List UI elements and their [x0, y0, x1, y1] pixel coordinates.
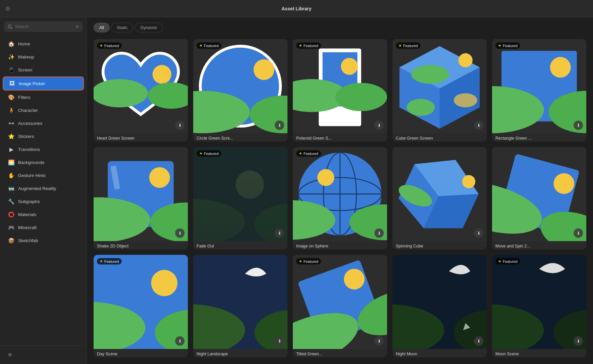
download-button[interactable]: ⬇	[175, 228, 185, 238]
asset-card-13[interactable]: ★ Featured ⬇ Tilted Green... TikTok	[293, 255, 387, 357]
star-icon: ★	[498, 259, 501, 263]
featured-label: Featured	[503, 44, 517, 48]
featured-badge: ★ Featured	[97, 258, 122, 264]
asset-card-4[interactable]: ★ Featured ⬇ Cube Green Screen TikTok	[392, 39, 487, 142]
search-input[interactable]	[15, 24, 73, 29]
download-button[interactable]: ⬇	[275, 121, 284, 130]
filter-tabs: AllStaticDynamic	[87, 17, 593, 36]
sidebar-label-gesture-hints: Gesture Hints	[18, 173, 46, 178]
search-bar[interactable]: ✕	[4, 21, 83, 32]
asset-name: Moon Scene	[495, 352, 583, 356]
sidebar-item-transitions[interactable]: ▶ Transitions	[3, 143, 84, 156]
stickers-icon: ⭐	[8, 133, 15, 140]
asset-card-2[interactable]: ★ Featured ⬇ Circle Green Scre... TikTok	[193, 39, 287, 142]
sidebar-item-makeup[interactable]: ✨ Makeup	[3, 50, 84, 63]
asset-thumbnail: ★ Featured ⬇	[293, 39, 387, 133]
download-button[interactable]: ⬇	[275, 336, 284, 346]
sidebar-item-home[interactable]: 🏠 Home	[3, 37, 84, 50]
asset-name: Night Landscape	[197, 352, 284, 356]
download-button[interactable]: ⬇	[474, 336, 483, 346]
sidebar-item-screen[interactable]: 📱 Screen	[3, 63, 84, 76]
search-clear-icon[interactable]: ✕	[76, 24, 79, 29]
asset-card-8[interactable]: ★ Featured ⬇ Image on Sphere TikTok	[293, 147, 387, 249]
asset-info: Night Moon TikTok	[392, 349, 487, 357]
asset-card-1[interactable]: ★ Featured ⬇ Heart Green Screen TikTok	[94, 39, 188, 142]
sidebar-label-stickers: Stickers	[18, 134, 34, 139]
sidebar-item-filters[interactable]: 🎨 Filters	[3, 91, 84, 104]
sidebar-item-settings[interactable]: ⚙	[5, 350, 81, 360]
download-button[interactable]: ⬇	[175, 336, 185, 346]
svg-point-24	[406, 99, 435, 116]
sidebar-item-backgrounds[interactable]: 🌅 Backgrounds	[3, 156, 84, 169]
asset-source: TikTok	[97, 141, 185, 142]
download-button[interactable]: ⬇	[374, 121, 384, 130]
asset-card-15[interactable]: ★ Featured ⬇ Moon Scene TikTok	[492, 255, 586, 357]
asset-source: TikTok	[197, 357, 284, 357]
sidebar-item-image-picker[interactable]: 🖼 Image Picker	[3, 76, 84, 90]
svg-point-23	[411, 65, 449, 84]
asset-info: Cube Green Screen TikTok	[392, 133, 487, 142]
asset-card-5[interactable]: ★ Featured ⬇ Rectangle Green ... TikTok	[492, 39, 586, 142]
gear-icon: ⚙	[8, 352, 12, 357]
sidebar-item-character[interactable]: 🧍 Character	[3, 104, 84, 117]
asset-card-3[interactable]: ★ Featured ⬇ Polaroid Green S... TikTok	[293, 39, 387, 142]
featured-badge: ★ Featured	[197, 150, 221, 157]
asset-source: TikTok	[197, 249, 284, 249]
sidebar: ✕ 🏠 Home ✨ Makeup 📱 Screen 🖼 Image Picke…	[0, 17, 87, 364]
screen-icon: 📱	[8, 66, 15, 73]
star-icon: ★	[299, 259, 302, 263]
download-button[interactable]: ⬇	[474, 121, 483, 130]
sidebar-item-sketchfab[interactable]: 📦 Sketchfab	[3, 234, 84, 247]
filters-icon: 🎨	[8, 94, 15, 101]
asset-card-10[interactable]: ⬇ Move and Spin 2... TikTok	[492, 147, 586, 249]
asset-card-12[interactable]: ⬇ Night Landscape TikTok	[193, 255, 287, 357]
close-button[interactable]	[5, 6, 10, 11]
sidebar-label-makeup: Makeup	[18, 54, 34, 59]
asset-card-9[interactable]: ⬇ Spinning Cube TikTok	[392, 147, 487, 249]
download-button[interactable]: ⬇	[175, 121, 185, 130]
filter-tab-all[interactable]: All	[94, 23, 110, 32]
asset-thumbnail: ★ Featured ⬇	[193, 147, 287, 241]
filter-tab-dynamic[interactable]: Dynamic	[135, 23, 163, 32]
download-button[interactable]: ⬇	[374, 228, 384, 238]
download-button[interactable]: ⬇	[275, 228, 284, 238]
sidebar-item-subgraphs[interactable]: 🔧 Subgraphs	[3, 195, 84, 208]
sidebar-label-image-picker: Image Picker	[19, 81, 45, 86]
asset-name: Polaroid Green S...	[296, 136, 384, 141]
asset-thumbnail: ★ Featured ⬇	[293, 147, 387, 241]
sidebar-item-materials[interactable]: ⭕ Materials	[3, 208, 84, 221]
character-icon: 🧍	[8, 107, 15, 114]
asset-source: TikTok	[495, 249, 583, 249]
asset-thumbnail: ★ Featured ⬇	[193, 39, 287, 133]
star-icon: ★	[299, 151, 302, 156]
asset-info: Polaroid Green S... TikTok	[293, 133, 387, 142]
sidebar-item-gesture-hints[interactable]: ✋ Gesture Hints	[3, 169, 84, 182]
asset-info: Fade Out TikTok	[193, 241, 287, 249]
asset-card-14[interactable]: ⬇ Night Moon TikTok	[392, 255, 487, 357]
download-button[interactable]: ⬇	[574, 228, 583, 238]
asset-card-6[interactable]: ⬇ Shake 2D Object TikTok	[94, 147, 188, 249]
download-button[interactable]: ⬇	[574, 336, 583, 346]
sidebar-item-accessories[interactable]: 👓 Accessories	[3, 117, 84, 130]
download-button[interactable]: ⬇	[374, 336, 384, 346]
window-title: Asset Library	[281, 6, 311, 11]
asset-source: TikTok	[296, 357, 384, 357]
featured-badge: ★ Featured	[495, 258, 520, 264]
asset-thumbnail: ⬇	[193, 255, 287, 349]
svg-point-16	[335, 83, 387, 111]
asset-info: Moon Scene TikTok	[492, 349, 586, 357]
featured-badge: ★ Featured	[296, 42, 321, 49]
asset-source: TikTok	[296, 141, 384, 142]
download-button[interactable]: ⬇	[574, 121, 583, 130]
sidebar-label-subgraphs: Subgraphs	[18, 199, 40, 204]
asset-info: Day Scene TikTok	[94, 349, 188, 357]
sidebar-item-augmented-reality[interactable]: 🥽 Augmented Reality	[3, 182, 84, 195]
featured-badge: ★ Featured	[296, 258, 321, 264]
asset-card-7[interactable]: ★ Featured ⬇ Fade Out TikTok	[193, 147, 287, 249]
sidebar-item-minecraft[interactable]: 🎮 Minecraft	[3, 221, 84, 234]
sidebar-item-stickers[interactable]: ⭐ Stickers	[3, 130, 84, 143]
filter-tab-static[interactable]: Static	[111, 23, 133, 32]
download-button[interactable]: ⬇	[474, 228, 483, 238]
image-picker-icon: 🖼	[9, 80, 15, 87]
asset-card-11[interactable]: ★ Featured ⬇ Day Scene TikTok	[94, 255, 188, 357]
